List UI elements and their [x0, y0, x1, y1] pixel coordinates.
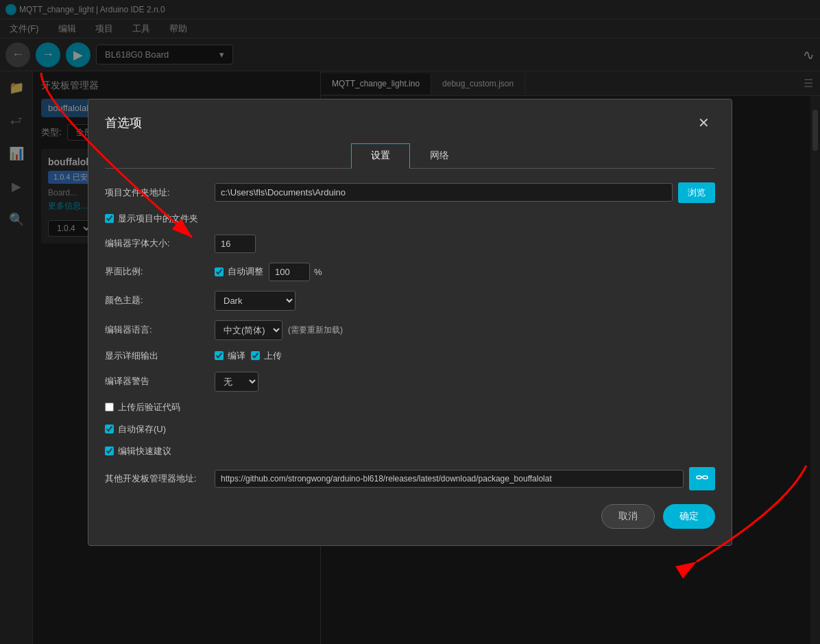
auto-adjust-label: 自动调整 — [215, 265, 263, 278]
other-boards-url-input[interactable] — [215, 470, 684, 488]
dialog-tab-network[interactable]: 网络 — [410, 143, 469, 168]
color-theme-label: 颜色主题: — [105, 294, 215, 307]
dialog-tabs: 设置 网络 — [105, 143, 715, 169]
show-folder-label: 显示项目中的文件夹 — [105, 213, 715, 225]
project-folder-label: 项目文件夹地址: — [105, 187, 215, 199]
auto-adjust-checkbox[interactable] — [215, 267, 224, 276]
font-size-input[interactable] — [215, 235, 256, 253]
project-folder-row: 项目文件夹地址: 浏览 — [105, 182, 715, 203]
compiler-warn-label: 编译器警告 — [105, 375, 215, 387]
verify-after-upload-label: 上传后验证代码 — [105, 401, 715, 414]
scale-value-input[interactable] — [269, 263, 310, 281]
other-boards-row: 其他开发板管理器地址: — [105, 467, 715, 490]
auto-save-label: 自动保存(U) — [105, 423, 715, 436]
color-theme-select[interactable]: Dark Light High Contrast — [215, 291, 296, 311]
dialog-tab-settings[interactable]: 设置 — [351, 143, 410, 169]
verbose-upload-checkbox[interactable] — [251, 351, 260, 360]
compiler-warn-select[interactable]: 无 默认 更多 全部 — [215, 372, 258, 392]
scale-unit: % — [314, 267, 322, 277]
quick-suggest-label: 编辑快速建议 — [105, 445, 715, 457]
dialog-overlay: 首选项 ✕ 设置 网络 项目文件夹地址: 浏览 显示项目中的文件夹 编辑器字体大… — [0, 0, 820, 644]
confirm-button[interactable]: 确定 — [663, 504, 715, 529]
link-icon — [696, 471, 708, 484]
verify-after-upload-checkbox[interactable] — [105, 403, 114, 412]
editor-lang-row: 编辑器语言: 中文(简体) English (需要重新加载) — [105, 320, 715, 340]
font-size-row: 编辑器字体大小: — [105, 235, 715, 253]
verbose-label: 显示详细输出 — [105, 350, 215, 362]
show-folder-checkbox[interactable] — [105, 214, 114, 223]
dialog-footer: 取消 确定 — [105, 504, 715, 529]
scale-label: 界面比例: — [105, 265, 215, 278]
preferences-dialog: 首选项 ✕ 设置 网络 项目文件夹地址: 浏览 显示项目中的文件夹 编辑器字体大… — [88, 99, 732, 546]
font-size-label: 编辑器字体大小: — [105, 237, 215, 250]
quick-suggest-row: 编辑快速建议 — [105, 445, 715, 457]
project-folder-input[interactable] — [215, 183, 673, 202]
dialog-title: 首选项 — [105, 115, 142, 131]
verbose-upload-label: 上传 — [251, 350, 282, 362]
editor-lang-label: 编辑器语言: — [105, 324, 215, 336]
svg-rect-1 — [703, 476, 708, 479]
dialog-close-button[interactable]: ✕ — [692, 113, 715, 132]
show-folder-row: 显示项目中的文件夹 — [105, 213, 715, 225]
verbose-compile-checkbox[interactable] — [215, 351, 224, 360]
scale-row: 界面比例: 自动调整 % — [105, 263, 715, 281]
verbose-output-row: 显示详细输出 编译 上传 — [105, 350, 715, 362]
editor-lang-note: (需要重新加载) — [288, 324, 343, 336]
other-boards-label: 其他开发板管理器地址: — [105, 473, 215, 485]
browse-button[interactable]: 浏览 — [678, 182, 715, 203]
url-add-button[interactable] — [689, 467, 715, 490]
quick-suggest-checkbox[interactable] — [105, 446, 114, 455]
auto-save-row: 自动保存(U) — [105, 423, 715, 436]
color-theme-row: 颜色主题: Dark Light High Contrast — [105, 291, 715, 311]
dialog-header: 首选项 ✕ — [105, 113, 715, 132]
cancel-button[interactable]: 取消 — [601, 504, 655, 529]
compiler-warn-row: 编译器警告 无 默认 更多 全部 — [105, 372, 715, 392]
svg-rect-0 — [697, 476, 701, 479]
editor-lang-select[interactable]: 中文(简体) English — [215, 320, 282, 340]
auto-save-checkbox[interactable] — [105, 425, 114, 433]
verbose-compile-label: 编译 — [215, 350, 245, 362]
verify-after-upload-row: 上传后验证代码 — [105, 401, 715, 414]
